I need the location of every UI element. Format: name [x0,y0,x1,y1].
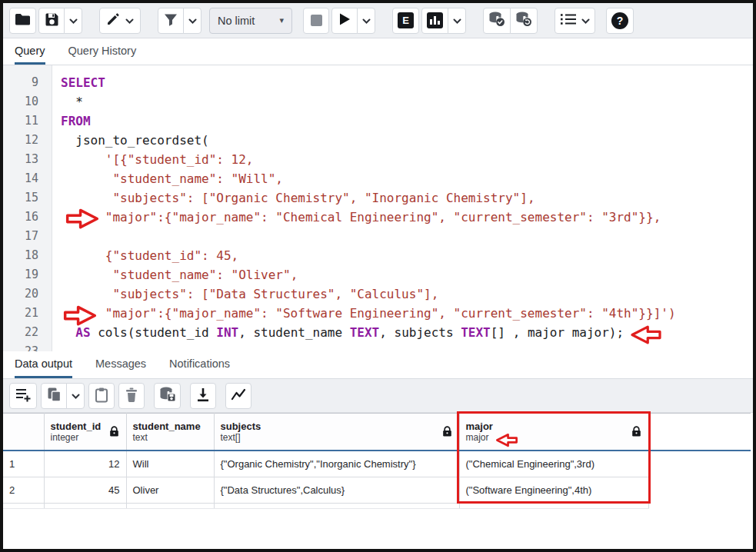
row-filler [648,477,751,504]
cell-subjects[interactable]: {"Organic Chemistry","Inorganic Chemistr… [214,451,459,477]
query-tabbar: Query Query History [3,38,753,65]
filter-button[interactable] [158,8,184,34]
add-row-button[interactable] [9,383,37,409]
line-number: 13 [3,150,52,169]
output-tabbar: Data output Messages Notifications [3,351,753,379]
column-type: text[] [221,432,459,444]
editor-gutter: 91011121314151617181920212223 [3,65,52,351]
save-icon [45,12,59,29]
copy-icon [47,387,62,404]
explain-button[interactable]: E [392,8,419,34]
chevron-down-icon [125,15,134,26]
tab-query[interactable]: Query [15,38,45,65]
editor-panel: 91011121314151617181920212223 SELECT *FR… [3,65,753,351]
chevron-down-icon [581,15,590,26]
row-number[interactable]: 1 [3,451,44,477]
column-name: student_name [133,421,214,432]
execute-button[interactable] [331,8,358,34]
code-line-10: * [61,92,753,111]
commit-button[interactable] [483,8,511,34]
line-number: 9 [3,73,52,92]
tab-messages[interactable]: Messages [95,351,146,378]
row-filler [648,504,751,509]
open-file-icon [15,12,31,28]
delete-row-button[interactable] [118,383,145,409]
code-line-17 [61,227,753,246]
help-icon: ? [611,12,628,29]
explain-icon: E [398,12,414,28]
tab-query-history[interactable]: Query History [68,38,137,65]
empty-cell [214,504,459,509]
save-data-changes-button[interactable] [154,383,181,409]
tab-notifications[interactable]: Notifications [169,351,230,378]
cell-student_id[interactable]: 12 [44,451,126,477]
row-number[interactable]: 2 [3,477,44,504]
execute-play-icon [338,12,351,28]
stop-button[interactable] [303,8,329,34]
select-arrow-icon: ▾ [279,15,284,25]
grid-corner[interactable] [3,414,44,451]
help-button[interactable]: ? [606,8,634,34]
cell-student_name[interactable]: Oliver [126,477,214,504]
macros-list-icon [560,12,577,28]
rollback-button[interactable] [510,8,538,34]
tab-data-output[interactable]: Data output [15,351,72,378]
row-limit-select[interactable]: No limit▾ [209,8,292,34]
column-type: text [133,432,214,444]
code-line-22: AS cols(student_id INT, student_name TEX… [61,323,753,342]
line-number: 16 [3,208,52,227]
download-icon [196,387,210,404]
annotation-arrow-major-type [495,433,518,451]
code-line-15: "subjects": ["Organic Chemistry", "Inorg… [61,188,753,208]
empty-row [3,504,751,509]
cell-student_id[interactable]: 45 [44,477,126,504]
explain-analyze-button[interactable] [421,8,448,34]
cell-major[interactable]: ("Chemical Engineering",3rd) [459,451,648,477]
column-header-student_id[interactable]: student_idinteger [44,414,126,451]
save-button[interactable] [38,8,65,34]
edit-icon [106,12,120,28]
copy-dropdown-button[interactable] [66,383,85,409]
paste-icon [95,387,108,405]
explain-analyze-icon [427,12,443,28]
filter-icon [164,13,178,28]
macros-button[interactable] [555,8,595,34]
add-row-icon [15,387,32,405]
table-row: 112Will{"Organic Chemistry","Inorganic C… [3,451,751,477]
lock-icon [631,426,641,441]
line-number: 19 [3,265,52,284]
edit-menu-button[interactable] [99,8,141,34]
chevron-down-icon [188,15,197,26]
query-tool-window: No limit▾ E ? Query Query History 910111… [0,0,756,552]
open-file-button[interactable] [9,8,36,34]
column-header-student_name[interactable]: student_nametext [126,414,214,451]
explain-analyze-dropdown-button[interactable] [448,8,466,34]
line-number: 17 [3,227,52,246]
column-header-subjects[interactable]: subjectstext[] [214,414,459,451]
cell-major[interactable]: ("Software Engineering",4th) [459,477,648,504]
main-toolbar: No limit▾ E ? [3,3,753,38]
row-limit-value: No limit [218,15,255,27]
column-header-major[interactable]: majormajor [459,414,648,451]
graph-visualiser-button[interactable] [225,383,251,409]
cell-subjects[interactable]: {"Data Structures",Calculus} [214,477,459,504]
paste-button[interactable] [88,383,115,409]
lock-icon [109,426,119,441]
trash-icon [125,387,138,404]
header-filler [648,414,751,451]
chevron-down-icon [69,15,78,26]
code-line-14: "student_name": "Will", [61,169,753,188]
output-toolbar [3,379,753,413]
chevron-down-icon [453,15,461,26]
code-line-13: '[{"student_id": 12, [61,150,753,169]
cell-student_name[interactable]: Will [126,451,214,477]
code-line-12: json_to_recordset( [61,131,753,150]
column-type: major [466,432,648,444]
execute-dropdown-button[interactable] [357,8,375,34]
copy-button[interactable] [41,383,67,409]
save-dropdown-button[interactable] [64,8,82,34]
download-csv-button[interactable] [190,383,216,409]
empty-cell [459,504,648,509]
filter-dropdown-button[interactable] [183,8,201,34]
sql-editor[interactable]: SELECT *FROM json_to_recordset( '[{"stud… [53,65,753,351]
